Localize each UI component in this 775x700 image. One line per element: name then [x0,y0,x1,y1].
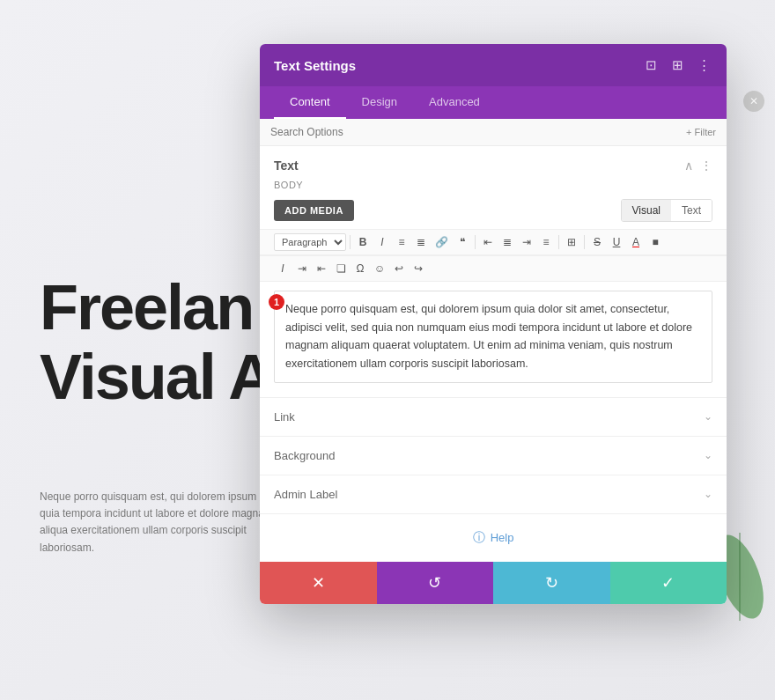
editor-content[interactable]: Neque porro quisquam est, qui dolorem ip… [274,291,712,383]
reset-button[interactable]: ↺ [377,562,494,604]
align-center-button[interactable]: ≣ [498,233,516,251]
ol-button[interactable]: ≣ [412,233,430,251]
link-collapse-arrow: ⌄ [704,410,712,423]
editor-toolbar-row1: Paragraph B I ≡ ≣ 🔗 ❝ ⇤ ≣ ⇥ ≡ ⊞ S U A [260,229,727,255]
tab-content[interactable]: Content [274,86,346,119]
toolbar-sep-2 [475,235,476,249]
redo-button[interactable]: ↪ [410,260,427,277]
paragraph-select[interactable]: Paragraph [274,233,346,251]
tabs-bar: Content Design Advanced [260,86,727,119]
modal-header-icons: ⊡ ⊞ ⋮ [642,56,712,74]
modal-header: Text Settings ⊡ ⊞ ⋮ [260,44,727,86]
more-icon[interactable]: ⋮ [695,56,712,74]
table-button[interactable]: ⊞ [563,233,580,251]
tab-design[interactable]: Design [346,86,413,119]
text-color-button[interactable]: A [627,233,645,251]
ul-button[interactable]: ≡ [393,233,410,251]
tab-advanced[interactable]: Advanced [413,86,496,119]
media-row: ADD MEDIA Visual Text [260,195,727,229]
admin-label-section-title: Admin Label [274,488,337,501]
indent-button[interactable]: ⇥ [293,260,311,277]
admin-label-collapse-arrow: ⌄ [704,488,712,500]
search-bar: + Filter [260,119,727,146]
underline-button[interactable]: U [608,233,625,251]
responsive-icon[interactable]: ⊡ [642,56,660,74]
visual-text-toggle: Visual Text [621,199,712,222]
text-section-title: Text [274,158,299,173]
emoji-button[interactable]: ☺ [371,260,388,277]
italic2-button[interactable]: I [274,260,292,277]
text-section-header: Text ∧ ⋮ [260,146,727,180]
undo-button[interactable]: ↩ [390,260,408,277]
search-input[interactable] [270,126,686,138]
link-button[interactable]: 🔗 [432,233,452,251]
text-toggle-button[interactable]: Text [671,200,712,221]
modal-title: Text Settings [274,58,356,73]
panel-body: Text ∧ ⋮ Body ADD MEDIA Visual Text Para… [260,146,727,562]
bg-title: Freelan Visual A [40,273,272,412]
background-section[interactable]: Background ⌄ [260,437,727,475]
editor-toolbar-row2: I ⇥ ⇤ ❏ Ω ☺ ↩ ↪ [260,255,727,282]
visual-toggle-button[interactable]: Visual [622,200,671,221]
bold-button[interactable]: B [354,233,372,251]
redo-bottom-button[interactable]: ↻ [493,562,610,604]
body-label: Body [260,180,727,195]
help-icon: ⓘ [473,530,485,546]
cancel-button[interactable]: ✕ [260,562,377,604]
bg-body-text: Neque porro quisquam est, qui dolorem ip… [40,489,273,556]
align-justify-button[interactable]: ≡ [537,233,555,251]
help-label[interactable]: Help [491,531,514,544]
help-row: ⓘ Help [260,514,727,562]
italic-button[interactable]: I [373,233,391,251]
bg-color-button[interactable]: ■ [646,233,664,251]
section-more-icon[interactable]: ⋮ [700,158,712,173]
editor-area: 1 Neque porro quisquam est, qui dolorem … [260,282,727,397]
outer-close-button[interactable]: ✕ [743,91,764,112]
bottom-bar: ✕ ↺ ↻ ✓ [260,562,727,604]
collapse-icon[interactable]: ∧ [684,158,693,173]
toolbar-sep-1 [350,235,351,249]
layout-icon[interactable]: ⊞ [668,56,686,74]
align-left-button[interactable]: ⇤ [479,233,497,251]
save-button[interactable]: ✓ [610,562,727,604]
align-right-button[interactable]: ⇥ [518,233,535,251]
background-section-title: Background [274,449,335,462]
link-section-title: Link [274,410,295,424]
number-badge: 1 [269,294,284,310]
outdent-button[interactable]: ⇤ [313,260,330,277]
strikethrough-button[interactable]: S [588,233,606,251]
admin-label-section[interactable]: Admin Label ⌄ [260,475,727,514]
link-section[interactable]: Link ⌄ [260,398,727,437]
blockquote-button[interactable]: ❝ [454,233,471,251]
toolbar-sep-4 [584,235,585,249]
text-section: Text ∧ ⋮ Body ADD MEDIA Visual Text Para… [260,146,727,398]
toolbar-sep-3 [558,235,559,249]
filter-button[interactable]: + Filter [686,127,716,137]
fullscreen-button[interactable]: ❏ [332,260,350,277]
section-header-icons: ∧ ⋮ [684,158,712,173]
modal-panel: Text Settings ⊡ ⊞ ⋮ Content Design Advan… [260,44,727,604]
omega-button[interactable]: Ω [351,260,369,277]
add-media-button[interactable]: ADD MEDIA [274,200,354,221]
background-collapse-arrow: ⌄ [704,449,712,461]
